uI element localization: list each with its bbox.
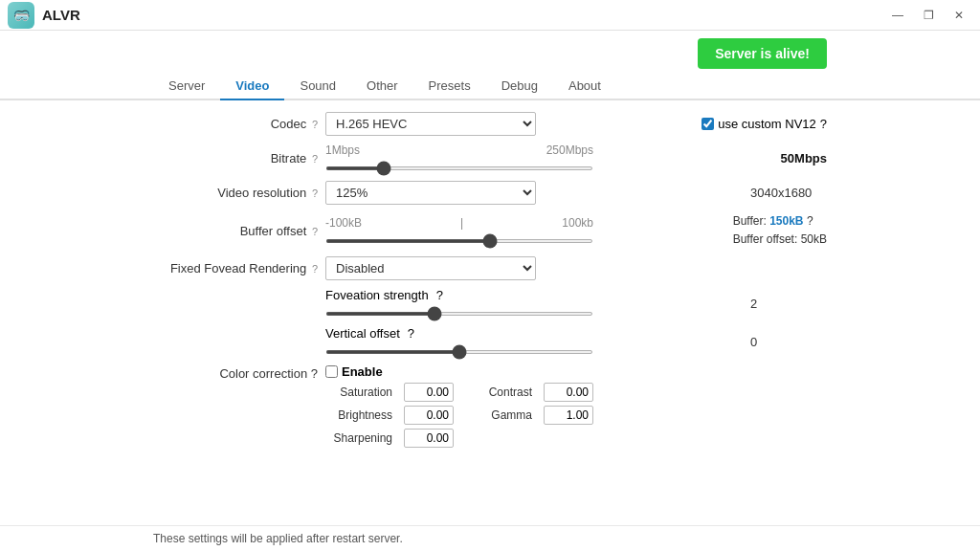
buffer-offset-control: -100kB | 100kb [325, 216, 724, 246]
saturation-label: Saturation [325, 386, 392, 399]
video-resolution-dropdown[interactable]: 100% 125% 150% 200% [325, 181, 536, 205]
buffer-offset-labels: -100kB | 100kb [325, 216, 593, 230]
bitrate-control: 1Mbps 250Mbps [325, 143, 773, 173]
fovead-label: Fixed Fovead Rendering ? [153, 261, 325, 276]
saturation-input[interactable] [404, 383, 454, 402]
title-bar-controls: — ❐ ✕ [884, 5, 972, 26]
vertical-offset-slider-wrap [325, 342, 593, 357]
tab-presets[interactable]: Presets [413, 73, 486, 100]
use-custom-label: use custom NV12 [718, 117, 816, 131]
main-window: 🥽 ALVR — ❐ ✕ Server is alive! Server Vid… [0, 0, 980, 551]
minimize-button[interactable]: — [884, 5, 911, 26]
enable-checkbox[interactable] [325, 365, 338, 378]
bitrate-label: Bitrate ? [153, 151, 325, 165]
use-custom-checkbox[interactable] [702, 118, 714, 130]
video-resolution-value: 3040x1680 [750, 186, 827, 200]
buffer-offset-separator: | [460, 216, 463, 230]
buffer-offset-value: 50kB [801, 232, 827, 246]
contrast-input[interactable] [544, 383, 593, 402]
video-resolution-label: Video resolution ? [153, 186, 325, 200]
buffer-display: Buffer: 150kB ? [733, 212, 827, 231]
tab-sound[interactable]: Sound [284, 73, 351, 100]
close-button[interactable]: ✕ [946, 5, 972, 26]
nav-tabs: Server Video Sound Other Presets Debug A… [0, 73, 980, 100]
header-row: Server is alive! [0, 31, 980, 69]
gamma-label: Gamma [465, 408, 532, 422]
brightness-input[interactable] [404, 406, 454, 425]
foveation-strength-value: 2 [750, 297, 827, 311]
codec-dropdown[interactable]: H.265 HEVC H.264 [325, 112, 536, 136]
sharpening-label: Sharpening [325, 431, 392, 445]
foveation-strength-slider-wrap [325, 304, 593, 319]
video-content: Codec ? H.265 HEVC H.264 use custom NV12… [0, 100, 980, 525]
tab-about[interactable]: About [553, 73, 616, 100]
tab-other[interactable]: Other [351, 73, 413, 100]
tab-debug[interactable]: Debug [486, 73, 553, 100]
enable-label: Enable [342, 364, 383, 379]
bitrate-value: 50Mbps [781, 151, 827, 165]
tab-video[interactable]: Video [220, 73, 284, 100]
codec-control: H.265 HEVC H.264 [325, 112, 690, 136]
color-correction-label: Color correction ? [153, 364, 325, 381]
sharpening-row: Sharpening [325, 429, 593, 448]
foveation-strength-row: Foveation strength ? 2 [153, 288, 827, 319]
color-correction-row: Color correction ? Enable Saturation Con… [153, 364, 827, 448]
codec-row: Codec ? H.265 HEVC H.264 use custom NV12… [153, 112, 827, 136]
foveation-strength-text: Foveation strength [325, 288, 429, 302]
vertical-offset-value: 0 [750, 335, 827, 349]
codec-label: Codec ? [153, 117, 325, 131]
buffer-offset-slider-wrap [325, 231, 593, 246]
video-resolution-control: 100% 125% 150% 200% [325, 181, 743, 205]
server-alive-button[interactable]: Server is alive! [698, 38, 827, 69]
enable-checkbox-row: Enable [325, 364, 593, 379]
contrast-label: Contrast [465, 386, 532, 399]
vertical-offset-text: Vertical offset [325, 326, 400, 341]
fovead-control: Disabled Enabled [325, 256, 827, 280]
footer-note: These settings will be applied after res… [0, 525, 980, 551]
bitrate-row: Bitrate ? 1Mbps 250Mbps 50Mbps [153, 143, 827, 173]
restore-button[interactable]: ❐ [915, 5, 942, 26]
buffer-offset-row: Buffer offset ? -100kB | 100kb Buffer: 1… [153, 212, 827, 249]
color-correction-content: Enable Saturation Contrast Brightness Ga… [325, 364, 593, 448]
buffer-info: Buffer: 150kB ? Buffer offset: 50kB [733, 212, 827, 249]
buffer-offset-slider[interactable] [325, 239, 593, 243]
use-custom-row: use custom NV12 ? [702, 117, 827, 131]
logo-icon: 🥽 [13, 8, 30, 23]
saturation-contrast-row: Saturation Contrast [325, 383, 593, 402]
tab-server[interactable]: Server [153, 73, 220, 100]
brightness-gamma-row: Brightness Gamma [325, 406, 593, 425]
buffer-offset-min: -100kB [325, 216, 362, 230]
vertical-offset-slider[interactable] [325, 350, 593, 354]
buffer-value: 150kB [769, 214, 803, 228]
codec-help: ? [312, 119, 318, 130]
buffer-offset-display-row: Buffer offset: 50kB [733, 231, 827, 249]
bitrate-slider[interactable] [325, 166, 593, 170]
buffer-offset-max: 100kb [562, 216, 593, 230]
brightness-label: Brightness [325, 408, 392, 422]
video-resolution-row: Video resolution ? 100% 125% 150% 200% 3… [153, 181, 827, 205]
app-logo: 🥽 [8, 2, 34, 29]
foveation-strength-wrap: Foveation strength ? [325, 288, 743, 319]
vertical-offset-wrap: Vertical offset ? [325, 326, 743, 357]
fovead-dropdown[interactable]: Disabled Enabled [325, 256, 536, 280]
use-custom-help: ? [820, 117, 827, 131]
bitrate-labels: 1Mbps 250Mbps [325, 143, 593, 157]
sharpening-input[interactable] [404, 429, 454, 448]
bitrate-min: 1Mbps [325, 143, 360, 157]
bitrate-max: 250Mbps [546, 143, 593, 157]
foveation-strength-slider[interactable] [325, 312, 593, 316]
fovead-row: Fixed Fovead Rendering ? Disabled Enable… [153, 256, 827, 280]
gamma-input[interactable] [544, 406, 593, 425]
buffer-offset-label: Buffer offset ? [153, 224, 325, 238]
app-title: ALVR [42, 7, 80, 23]
vertical-offset-row: Vertical offset ? 0 [153, 326, 827, 357]
title-bar-left: 🥽 ALVR [8, 2, 80, 29]
title-bar: 🥽 ALVR — ❐ ✕ [0, 0, 980, 31]
bitrate-slider-wrap [325, 159, 593, 173]
